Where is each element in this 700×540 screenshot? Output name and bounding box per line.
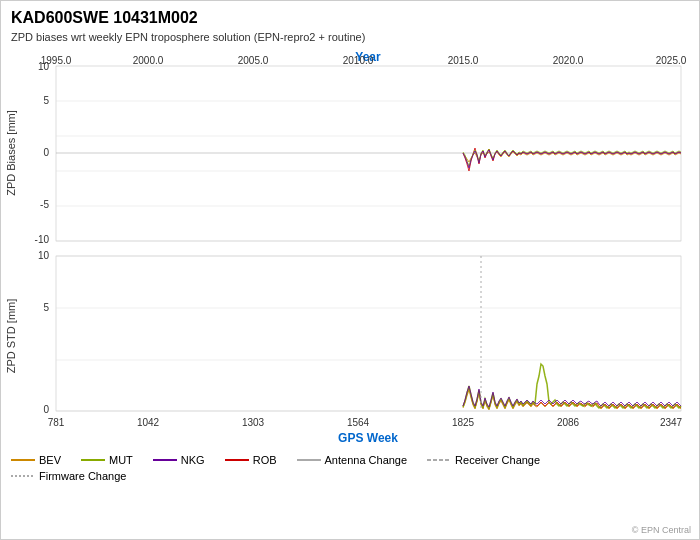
legend-mut: MUT (81, 454, 133, 466)
copyright-text: © EPN Central (632, 525, 691, 535)
legend-receiver: Receiver Change (427, 454, 540, 466)
year-tick-2010: 2010.0 (343, 55, 374, 66)
y-bot-5: 5 (43, 302, 49, 313)
y-top-5: 5 (43, 95, 49, 106)
year-tick-2005: 2005.0 (238, 55, 269, 66)
year-tick-2015: 2015.0 (448, 55, 479, 66)
legend-antenna: Antenna Change (297, 454, 408, 466)
year-tick-2000: 2000.0 (133, 55, 164, 66)
chart-legend: BEV MUT NKG ROB Antenna Change Receiver … (11, 454, 689, 534)
chart-subtitle: ZPD biases wrt weekly EPN troposphere so… (11, 31, 365, 43)
y-bot-10: 10 (38, 250, 50, 261)
legend-mut-label: MUT (109, 454, 133, 466)
legend-nkg: NKG (153, 454, 205, 466)
gps-tick-1303: 1303 (242, 417, 265, 428)
y-top-neg10: -10 (35, 234, 50, 245)
legend-bev-label: BEV (39, 454, 61, 466)
gps-tick-1564: 1564 (347, 417, 370, 428)
legend-antenna-label: Antenna Change (325, 454, 408, 466)
gps-tick-1042: 1042 (137, 417, 160, 428)
gps-tick-781: 781 (48, 417, 65, 428)
chart-title: KAD600SWE 10431M002 (11, 9, 198, 27)
svg-rect-1 (56, 256, 681, 411)
legend-bev: BEV (11, 454, 61, 466)
y-top-0: 0 (43, 147, 49, 158)
legend-rob: ROB (225, 454, 277, 466)
legend-firmware: Firmware Change (11, 470, 126, 482)
legend-row-1: BEV MUT NKG ROB Antenna Change Receiver … (11, 454, 689, 466)
legend-nkg-label: NKG (181, 454, 205, 466)
gps-tick-2086: 2086 (557, 417, 580, 428)
legend-row-2: Firmware Change (11, 470, 689, 482)
bottom-y-label: ZPD STD [mm] (5, 299, 17, 374)
gps-tick-1825: 1825 (452, 417, 475, 428)
legend-rob-label: ROB (253, 454, 277, 466)
y-top-neg5: -5 (40, 199, 49, 210)
top-y-label: ZPD Biases [mm] (5, 110, 17, 196)
gps-tick-2347: 2347 (660, 417, 683, 428)
chart-container: KAD600SWE 10431M002 ZPD biases wrt weekl… (0, 0, 700, 540)
year-tick-2025: 2025.0 (656, 55, 687, 66)
y-bot-0: 0 (43, 404, 49, 415)
y-top-10: 10 (38, 61, 50, 72)
legend-receiver-label: Receiver Change (455, 454, 540, 466)
gps-week-label: GPS Week (338, 431, 398, 445)
legend-firmware-label: Firmware Change (39, 470, 126, 482)
year-tick-2020: 2020.0 (553, 55, 584, 66)
